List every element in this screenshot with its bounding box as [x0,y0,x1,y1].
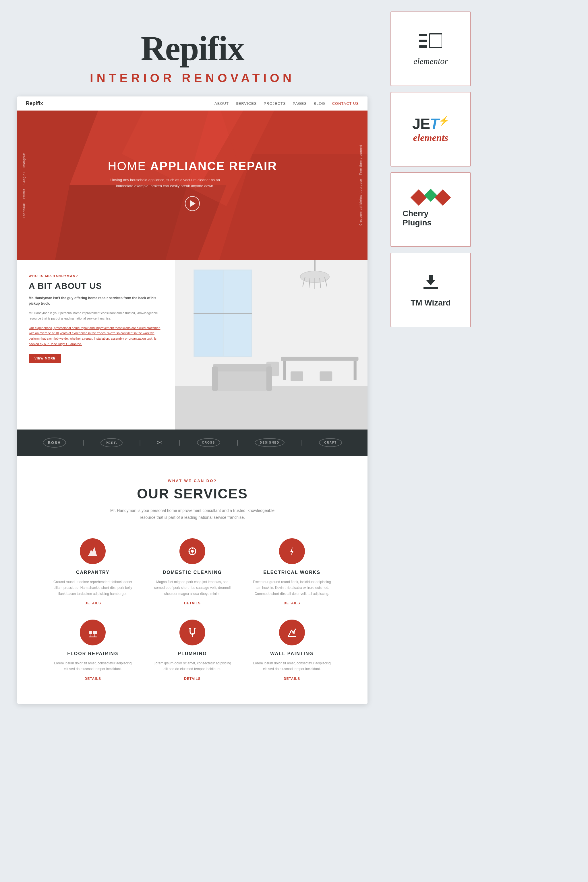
service-floor: FLOOR REPAIRING Lorem ipsum dolor sit am… [52,620,134,681]
about-body1: Mr. Handyman is your personal home impro… [29,310,164,321]
diamond-red-right [435,189,451,206]
svg-rect-29 [266,367,272,391]
tm-wizard-download-icon [421,273,441,292]
service-carpantry-details[interactable]: DETAILS [52,601,134,605]
svg-point-32 [191,550,194,553]
services-tag: WHAT WE CAN DO? [52,478,333,483]
svg-rect-28 [212,367,218,391]
partner-craftsman: CRAFT [319,438,342,447]
svg-rect-41 [419,34,427,36]
jet-elements-card[interactable]: JET⚡ elements [390,92,471,166]
partner-performance: PERF. [100,438,123,447]
social-twitter[interactable]: Twitter [22,189,26,199]
hero-social-right: Free theme support Crosscompatible/multi… [359,145,362,226]
svg-rect-27 [213,364,272,371]
hero-subtitle: Having any household appliance, such as … [108,177,222,189]
hero-content: HOME APPLIANCE REPAIR Having any househo… [108,159,277,211]
sidebar: elementor JET⚡ elements Cherry Plugins [385,12,482,704]
tm-wizard-card[interactable]: TM Wizard [390,253,471,327]
separator-1: | [82,439,84,446]
service-plumbing-details[interactable]: DETAILS [151,677,234,681]
diamond-green [424,189,437,201]
jet-bottom-text: elements [413,132,448,143]
elementor-card[interactable]: elementor [390,12,471,86]
separator-2: | [139,439,141,446]
nav-logo: Repifix [26,100,43,106]
nav-contact[interactable]: CONTACT US [332,101,359,106]
service-plumbing-desc: Lorem ipsum dolor sit amet, consectetur … [151,660,234,672]
service-plumbing-name: PLUMBING [151,651,234,656]
svg-rect-38 [192,633,193,637]
painting-icon [286,626,298,639]
view-more-button[interactable]: VIEW MORE [29,354,61,363]
hero-play-button[interactable] [185,196,200,211]
hero-title: HOME APPLIANCE REPAIR [108,159,277,173]
hero-section: Instagram Google+ Twitter Facebook Free … [17,111,368,260]
service-painting-details[interactable]: DETAILS [250,677,333,681]
separator-4: | [237,439,238,446]
jet-lightning: ⚡ [439,116,449,126]
service-painting-name: WALL PAINTING [250,651,333,656]
nav-blog[interactable]: BLOG [314,101,325,106]
about-lead: Mr. Handyman isn't the guy offering home… [29,296,164,306]
nav-about[interactable]: ABOUT [214,101,229,106]
about-tag: WHO IS MR.HANDYMAN? [29,274,164,278]
services-grid: CARPANTRY Ground round ut dolore reprehe… [52,538,333,681]
separator-3: | [179,439,180,446]
hero-tagline-2: Crosscompatible/multipurpose [359,179,362,226]
service-electrical-details[interactable]: DETAILS [250,601,333,605]
cherry-label: Cherry Plugins [402,209,459,227]
service-carpantry: CARPANTRY Ground round ut dolore reprehe… [52,538,134,605]
jet-accent: T [430,116,439,132]
service-electrical: ELECTRICAL WORKS Excepteur ground round … [250,538,333,605]
service-cleaning-desc: Magna filet mignon pork chop jmt leberka… [151,579,234,597]
social-google[interactable]: Google+ [22,172,26,184]
about-link[interactable]: Our experienced, professional home repai… [29,325,164,347]
service-cleaning-details[interactable]: DETAILS [151,601,234,605]
svg-rect-43 [419,45,427,48]
service-cleaning-name: DOMESTIC CLEANING [151,570,234,575]
svg-rect-37 [194,628,195,629]
service-floor-name: FLOOR REPAIRING [52,651,134,656]
nav-pages[interactable]: PAGES [293,101,307,106]
services-desc: Mr. Handyman is your personal home impro… [106,507,279,521]
service-painting-icon-circle [279,620,305,645]
svg-rect-25 [320,371,332,381]
service-carpantry-icon-circle [80,538,106,564]
elementor-label: elementor [413,56,448,66]
svg-rect-44 [429,34,442,48]
floor-icon [86,626,99,639]
svg-rect-21 [284,361,286,380]
svg-rect-34 [93,631,97,634]
jet-logo: JET⚡ elements [412,115,449,143]
service-electrical-icon-circle [279,538,305,564]
nav-bar: Repifix ABOUT SERVICES PROJECTS PAGES BL… [17,96,368,111]
svg-rect-40 [288,636,296,637]
nav-projects[interactable]: PROJECTS [264,101,286,106]
play-icon [190,200,195,207]
svg-rect-45 [423,287,438,289]
partner-scissor: ✂ [157,439,162,447]
page-title: Repifix [17,29,368,68]
svg-rect-22 [354,361,357,380]
website-mockup: Repifix ABOUT SERVICES PROJECTS PAGES BL… [17,96,368,704]
service-floor-desc: Lorem ipsum dolor sit amet, consectetur … [52,660,134,672]
partner-designers: DESIGNED [255,438,285,447]
partners-bar: BOSH | PERF. | ✂ | CROSS | DESIGNED | CR… [17,429,368,456]
hero-tagline-1: Free theme support [359,145,362,175]
partner-cross: CROSS [197,438,220,447]
nav-services[interactable]: SERVICES [236,101,257,106]
svg-rect-42 [419,40,427,42]
about-image [175,260,368,429]
social-instagram[interactable]: Instagram [22,153,26,168]
svg-rect-30 [88,555,98,556]
svg-point-39 [292,631,295,634]
nav-links: ABOUT SERVICES PROJECTS PAGES BLOG CONTA… [214,101,359,106]
service-floor-icon-circle [80,620,106,645]
social-facebook[interactable]: Facebook [22,203,26,218]
page-subtitle: INTERIOR RENOVATION [17,71,368,85]
carpantry-icon [86,545,99,558]
service-floor-details[interactable]: DETAILS [52,677,134,681]
partner-bosh: BOSH [43,438,66,448]
cherry-plugins-card[interactable]: Cherry Plugins [390,172,471,247]
